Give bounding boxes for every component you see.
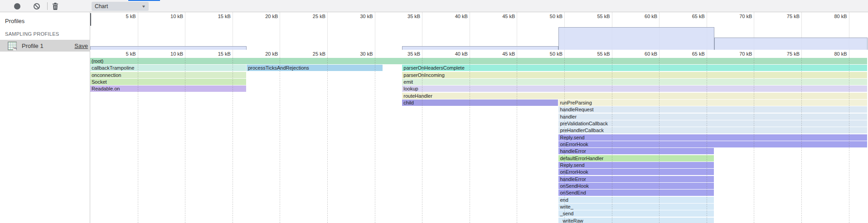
flame-bar[interactable]: Reply.send xyxy=(558,162,713,168)
trash-icon xyxy=(52,3,58,10)
flame-bar[interactable]: Socket xyxy=(90,79,246,85)
flame-bar[interactable]: parserOnHeadersComplete xyxy=(402,65,867,71)
ruler-tick-label: 60 kB xyxy=(625,51,657,57)
flame-bar[interactable]: onErrorHook xyxy=(558,169,713,175)
sidebar: Profiles SAMPLING PROFILES % Profile 1 S… xyxy=(0,12,90,223)
flame-bar[interactable]: parserOnIncoming xyxy=(402,72,867,78)
overview-timeline[interactable] xyxy=(90,12,868,50)
chevron-down-icon: ▼ xyxy=(141,5,146,9)
overview-area-segment[interactable] xyxy=(90,46,247,50)
flame-bar[interactable]: preHandlerCallback xyxy=(558,127,867,133)
flame-bar[interactable]: _writeRaw xyxy=(558,218,713,223)
flame-bar[interactable]: _send xyxy=(558,210,713,217)
ruler-tick-label: 30 kB xyxy=(340,51,373,57)
clear-all-profiles-button[interactable] xyxy=(32,2,41,11)
flame-bar[interactable]: child xyxy=(402,100,558,106)
profile-document-icon: % xyxy=(8,42,17,50)
flame-bar[interactable]: lookup xyxy=(402,85,867,92)
flame-bar[interactable]: defaultErrorHandler xyxy=(558,155,713,161)
flame-bar[interactable]: handleError xyxy=(558,176,713,182)
chart-view-select-value: Chart xyxy=(95,3,108,9)
record-button[interactable] xyxy=(13,2,22,11)
ruler-tick-label: 20 kB xyxy=(245,51,278,57)
ruler-tick-label: 70 kB xyxy=(719,51,752,57)
ruler-tick-label: 25 kB xyxy=(293,51,325,57)
save-profile-link[interactable]: Save xyxy=(74,43,88,49)
overview-area-segment[interactable] xyxy=(402,46,558,50)
flame-chart-rows: (root)callbackTrampolineprocessTicksAndR… xyxy=(90,57,868,223)
flame-bar[interactable]: onErrorHook xyxy=(558,141,867,147)
flame-bar[interactable]: (root) xyxy=(90,58,867,64)
overview-area-segment[interactable] xyxy=(714,38,868,50)
delete-profile-button[interactable] xyxy=(51,2,60,11)
flame-bar[interactable]: emit xyxy=(402,79,867,85)
ruler-tick-label: 50 kB xyxy=(530,51,563,57)
circle-slash-icon xyxy=(34,3,40,9)
flame-bar[interactable]: runPreParsing xyxy=(558,100,867,106)
flame-bar[interactable]: end xyxy=(558,197,713,203)
record-icon xyxy=(14,3,20,9)
percent-badge: % xyxy=(13,47,16,50)
flame-chart-pane: 5 kB10 kB15 kB20 kB25 kB30 kB35 kB40 kB4… xyxy=(90,12,868,223)
ruler-tick-label: 75 kB xyxy=(767,51,800,57)
ruler-tick-label: 15 kB xyxy=(198,51,231,57)
ruler-tick-label: 80 kB xyxy=(815,51,847,57)
toolbar: Chart ▼ xyxy=(0,0,868,12)
flame-bar[interactable]: write_ xyxy=(558,204,713,210)
ruler-tick-label: 55 kB xyxy=(577,51,610,57)
ruler-tick-label: 40 kB xyxy=(435,51,468,57)
profile-item-selected[interactable]: % Profile 1 Save xyxy=(0,40,90,52)
flame-bar[interactable]: handleError xyxy=(558,148,713,154)
overview-area-segment[interactable] xyxy=(558,27,714,50)
ruler-tick-label: 45 kB xyxy=(482,51,515,57)
profiles-heading: Profiles xyxy=(5,18,24,24)
chart-view-select[interactable]: Chart ▼ xyxy=(92,2,149,11)
profile-name: Profile 1 xyxy=(22,43,44,49)
active-tab-indicator xyxy=(128,0,160,1)
flame-bar[interactable]: Reply.send xyxy=(558,134,867,141)
ruler-tick-label: 65 kB xyxy=(672,51,705,57)
flame-bar[interactable]: preValidationCallback xyxy=(558,120,867,127)
flame-bar[interactable]: handleRequest xyxy=(558,106,867,113)
ruler-tick-label: 10 kB xyxy=(150,51,183,57)
flame-bar[interactable]: onSendEnd xyxy=(558,190,713,196)
overview-drag-handle[interactable] xyxy=(90,13,91,26)
flame-bar[interactable]: onconnection xyxy=(90,72,246,78)
flame-bar[interactable]: handler xyxy=(558,114,867,120)
flame-bar[interactable]: callbackTrampoline xyxy=(90,65,246,71)
ruler-tick-label: 35 kB xyxy=(388,51,420,57)
sampling-profiles-section-label: SAMPLING PROFILES xyxy=(5,31,59,37)
flame-bar[interactable]: Readable.on xyxy=(90,85,246,92)
flame-bar[interactable]: onSendHook xyxy=(558,183,713,189)
flame-bar[interactable]: routeHandler xyxy=(402,93,867,99)
ruler-tick-label: 5 kB xyxy=(103,51,136,57)
flame-bar[interactable]: processTicksAndRejections xyxy=(247,65,383,71)
toolbar-separator xyxy=(47,2,48,10)
